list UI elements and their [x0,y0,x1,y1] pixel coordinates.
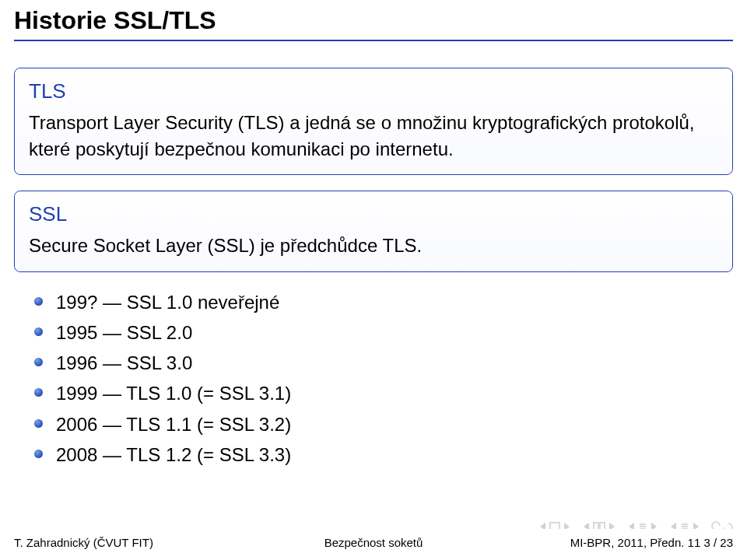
block-tls: TLS Transport Layer Security (TLS) a jed… [14,68,733,175]
block-tls-inner: TLS Transport Layer Security (TLS) a jed… [15,68,732,174]
slide-footer: T. Zahradnický (ČVUT FIT) Bezpečnost sok… [0,529,747,560]
list-item: 1996 — SSL 3.0 [34,348,733,377]
list-item: 1995 — SSL 2.0 [34,318,733,347]
block-ssl-heading: SSL [29,202,718,226]
footer-author: T. Zahradnický (ČVUT FIT) [14,536,153,549]
list-item: 199? — SSL 1.0 neveřejné [34,288,733,317]
block-tls-heading: TLS [29,79,718,103]
block-tls-body: Transport Layer Security (TLS) a jedná s… [29,110,718,162]
list-item: 1999 — TLS 1.0 (= SSL 3.1) [34,379,733,408]
slide-content: TLS Transport Layer Security (TLS) a jed… [0,41,747,560]
footer-title: Bezpečnost soketů [324,536,423,549]
slide-title: Historie SSL/TLS [14,6,733,38]
list-item: 2008 — TLS 1.2 (= SSL 3.3) [34,440,733,469]
slide-frame: Historie SSL/TLS TLS Transport Layer Sec… [0,0,747,560]
list-item: 2006 — TLS 1.1 (= SSL 3.2) [34,410,733,439]
footer-page: MI-BPR, 2011, Předn. 11 3 / 23 [570,536,733,549]
title-bar: Historie SSL/TLS [0,0,747,41]
history-list: 199? — SSL 1.0 neveřejné 1995 — SSL 2.0 … [34,288,733,469]
block-ssl: SSL Secure Socket Layer (SSL) je předchů… [14,191,733,272]
block-ssl-body: Secure Socket Layer (SSL) je předchůdce … [29,233,718,259]
block-ssl-inner: SSL Secure Socket Layer (SSL) je předchů… [15,191,732,271]
